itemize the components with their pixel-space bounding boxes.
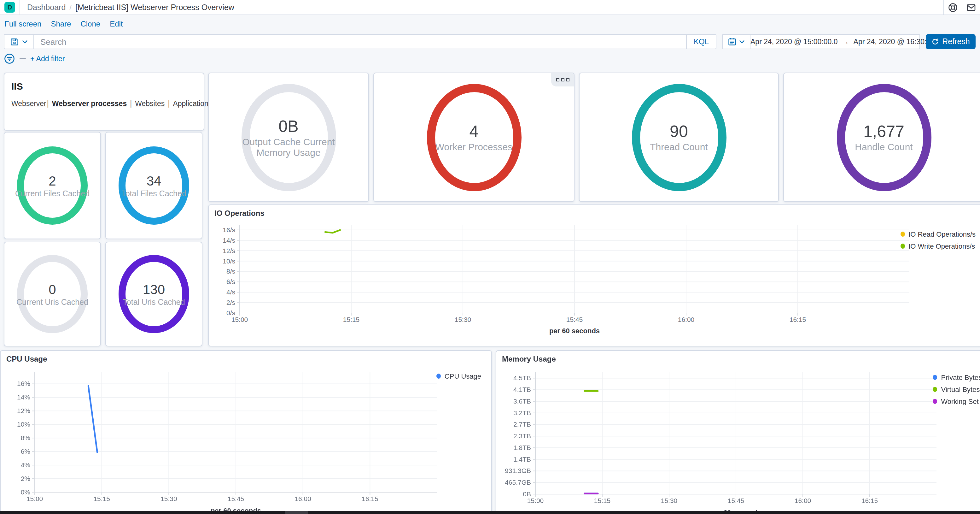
svg-text:4.5TB: 4.5TB — [513, 374, 531, 382]
quick-select-menu-button[interactable] — [723, 35, 751, 49]
svg-text:15:30: 15:30 — [455, 316, 471, 323]
divider — [19, 0, 20, 15]
refresh-icon — [931, 38, 939, 45]
date-picker: Apr 24, 2020 @ 15:00:00.0 → Apr 24, 2020… — [722, 34, 920, 49]
gauge-value: 2 — [13, 173, 91, 188]
panel-memory-usage: Memory Usage 0B465.7GB931.3GB1.4TB1.8TB2… — [496, 350, 980, 514]
legend-item[interactable]: Private Bytes — [933, 374, 980, 381]
panel-handle-count: 1,677 Handle Count — [783, 73, 980, 202]
legend-item[interactable]: Virtual Bytes — [933, 386, 980, 393]
legend-item[interactable]: Working Set — [933, 397, 980, 405]
svg-text:15:30: 15:30 — [661, 497, 678, 504]
gauge-value: 0B — [239, 117, 338, 136]
gauge-label: Total Uris Cached — [115, 297, 193, 306]
refresh-button[interactable]: Refresh — [926, 34, 975, 49]
gauge-label: Current Uris Cached — [13, 297, 91, 306]
gauge-value: 1,677 — [834, 122, 934, 141]
svg-text:per 60 seconds: per 60 seconds — [549, 327, 600, 335]
svg-text:15:45: 15:45 — [228, 495, 244, 502]
gauge-value: 130 — [115, 282, 193, 297]
legend-dot-icon — [900, 244, 905, 249]
filter-drag-dash — [19, 58, 26, 59]
svg-text:15:15: 15:15 — [343, 316, 360, 323]
svg-text:14/s: 14/s — [223, 237, 235, 244]
legend-item[interactable]: CPU Usage — [436, 372, 481, 380]
svg-text:2.7TB: 2.7TB — [513, 421, 531, 428]
space-avatar[interactable]: D — [5, 2, 15, 13]
panel-current-files-cached: 2 Current Files Cached — [4, 132, 101, 239]
svg-text:465.7GB: 465.7GB — [505, 479, 531, 486]
add-filter-button[interactable]: + Add filter — [30, 55, 65, 62]
svg-text:1.4TB: 1.4TB — [513, 456, 531, 463]
svg-text:4.1TB: 4.1TB — [513, 386, 531, 393]
full-screen-link[interactable]: Full screen — [5, 19, 41, 29]
gauge-label: Handle Count — [834, 142, 934, 153]
breadcrumb[interactable]: Dashboard — [27, 3, 65, 12]
taskbar-segment — [285, 511, 308, 514]
envelope-icon — [966, 2, 976, 12]
panel-cpu-usage: CPU Usage 0%2%4%6%8%10%12%14%16%15:0015:… — [0, 350, 492, 514]
iis-links: Webserver | Webserver processes | Websit… — [11, 100, 204, 107]
svg-text:15:45: 15:45 — [566, 316, 583, 323]
iis-link-webserver-processes[interactable]: Webserver processes — [52, 100, 127, 107]
iis-link-websites[interactable]: Websites — [135, 100, 165, 107]
panel-total-uris-cached: 130 Total Uris Cached — [105, 242, 202, 346]
saved-query-menu-button[interactable] — [5, 35, 34, 49]
svg-text:10%: 10% — [17, 421, 30, 428]
newsfeed-button[interactable] — [962, 0, 980, 15]
calendar-icon — [728, 37, 737, 46]
io-operations-legend: IO Read Operations/sIO Write Operations/… — [900, 230, 975, 250]
svg-text:15:45: 15:45 — [728, 497, 745, 504]
cpu-usage-legend: CPU Usage — [436, 372, 481, 380]
svg-text:2.3TB: 2.3TB — [513, 432, 531, 439]
legend-item[interactable]: IO Read Operations/s — [900, 230, 975, 238]
query-bar: KQL Apr 24, 2020 @ 15:00:00.0 → — [4, 34, 975, 49]
memory-usage-legend: Private BytesVirtual BytesWorking Set — [933, 374, 980, 405]
gauge-value: 90 — [629, 122, 729, 141]
panel-worker-processes: 4 Worker Processes — [373, 73, 574, 202]
help-button[interactable] — [943, 0, 962, 15]
legend-label: Private Bytes — [941, 374, 980, 381]
filter-bar: + Add filter — [4, 53, 65, 64]
search-input[interactable] — [34, 37, 686, 46]
chevron-down-icon — [22, 40, 28, 43]
svg-text:16/s: 16/s — [223, 226, 235, 233]
svg-text:4/s: 4/s — [226, 288, 235, 296]
filter-circle-icon[interactable] — [4, 53, 15, 64]
chart-title: CPU Usage — [6, 354, 47, 364]
svg-text:15:00: 15:00 — [231, 316, 248, 323]
svg-text:3.6TB: 3.6TB — [513, 397, 531, 405]
gauge-value: 34 — [115, 173, 193, 188]
gauge-label: Total Files Cached — [115, 189, 193, 198]
svg-text:16:15: 16:15 — [861, 497, 878, 504]
svg-text:12%: 12% — [17, 407, 30, 414]
gauge-value: 0 — [13, 282, 91, 297]
svg-text:0/s: 0/s — [226, 309, 235, 316]
io-operations-chart: 0/s2/s4/s6/s8/s10/s12/s14/s16/s15:0015:1… — [210, 219, 913, 339]
dashboard-grid: IIS Webserver | Webserver processes | We… — [0, 71, 980, 514]
legend-item[interactable]: IO Write Operations/s — [900, 242, 975, 250]
panel-output-cache-memory: 0B Output Cache Current Memory Usage — [208, 73, 369, 202]
svg-text:6/s: 6/s — [226, 278, 235, 285]
svg-text:2/s: 2/s — [226, 299, 235, 306]
save-icon — [10, 37, 19, 46]
iis-link-webserver[interactable]: Webserver — [11, 100, 46, 107]
svg-text:16:00: 16:00 — [294, 495, 311, 502]
share-link[interactable]: Share — [51, 19, 71, 29]
legend-label: CPU Usage — [445, 372, 481, 380]
bottom-taskbar — [0, 511, 980, 514]
svg-text:15:00: 15:00 — [27, 495, 43, 502]
svg-text:16:15: 16:15 — [789, 316, 806, 323]
gauge-label: Worker Processes — [424, 142, 524, 153]
gauge-label: Thread Count — [629, 142, 729, 153]
date-range-start[interactable]: Apr 24, 2020 @ 15:00:00.0 — [751, 38, 838, 45]
svg-text:6%: 6% — [21, 448, 30, 455]
clone-link[interactable]: Clone — [80, 19, 100, 29]
panel-current-uris-cached: 0 Current Uris Cached — [4, 242, 101, 346]
kql-selector[interactable]: KQL — [686, 35, 716, 49]
panel-io-operations: IO Operations 0/s2/s4/s6/s8/s10/s12/s14/… — [208, 204, 980, 346]
svg-text:8/s: 8/s — [226, 268, 235, 275]
iis-title: IIS — [11, 81, 204, 91]
edit-link[interactable]: Edit — [110, 19, 123, 29]
cpu-usage-chart: 0%2%4%6%8%10%12%14%16%15:0015:1515:3015:… — [2, 364, 443, 514]
